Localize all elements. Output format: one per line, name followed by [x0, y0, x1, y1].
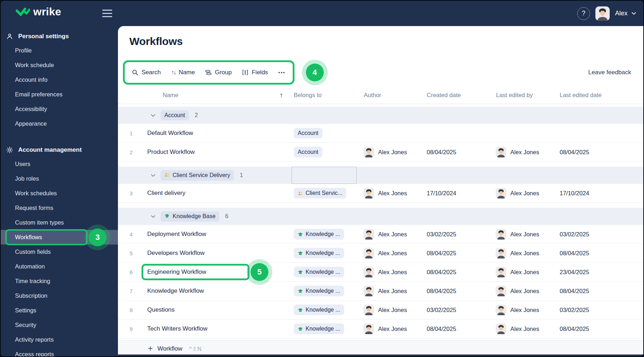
- workflow-name-cell[interactable]: Engineering Workflow5: [144, 263, 292, 281]
- sidebar-item-request-forms[interactable]: Request forms: [1, 201, 118, 215]
- table-row[interactable]: 7 Knowledge Workflow Knowledge ... Alex …: [118, 282, 643, 301]
- belongs-to-badge[interactable]: Account: [294, 147, 322, 157]
- group-badge[interactable]: Knowledge Base: [160, 211, 219, 222]
- group-icon: [205, 69, 212, 76]
- wrike-logo-icon: [16, 6, 30, 18]
- sort-ascending-icon[interactable]: ↑: [280, 91, 283, 99]
- wrike-logo[interactable]: wrike: [16, 6, 61, 18]
- chevron-down-icon[interactable]: [631, 12, 636, 15]
- sidebar-item-appearance[interactable]: Appearance: [1, 116, 118, 131]
- sidebar-item-custom-item-types[interactable]: Custom item types: [1, 215, 118, 230]
- belongs-to-badge[interactable]: Client Servic...: [294, 188, 346, 198]
- chevron-down-icon[interactable]: [151, 174, 155, 177]
- person-name: Alex Jones: [378, 288, 407, 295]
- workflow-name-cell[interactable]: Deployment Workflow: [144, 225, 292, 243]
- annotation-circle-5: 5: [251, 263, 268, 281]
- created-date: 08/04/2025: [425, 250, 494, 257]
- sidebar-item-work-schedule[interactable]: Work schedule: [1, 58, 118, 72]
- hamburger-menu-icon[interactable]: [102, 10, 112, 17]
- avatar: [496, 229, 506, 240]
- sidebar-item-custom-fields[interactable]: Custom fields: [1, 245, 118, 259]
- column-header-last-edited-by[interactable]: Last edited by: [494, 92, 558, 99]
- more-options-icon[interactable]: •••: [278, 70, 286, 75]
- sidebar-section-title: Personal settings: [1, 30, 118, 43]
- page-title: Workflows: [129, 35, 643, 47]
- person-name: Alex Jones: [378, 149, 407, 156]
- sidebar-item-time-tracking[interactable]: Time tracking: [1, 274, 118, 288]
- fields-button[interactable]: Fields: [242, 69, 268, 76]
- sidebar-item-settings[interactable]: Settings: [1, 303, 118, 318]
- belongs-to-badge[interactable]: Knowledge ...: [294, 267, 344, 277]
- table-row[interactable]: 8 Questions Knowledge ... Alex Jones 03/…: [118, 301, 643, 320]
- workflow-name-cell[interactable]: Product Workflow: [144, 143, 292, 161]
- workflow-name-cell[interactable]: Default Workflow: [144, 124, 292, 142]
- table-row[interactable]: 2 Product Workflow Account Alex Jones 08…: [118, 143, 643, 162]
- last-edited-date: 17/10/2024: [558, 190, 643, 197]
- add-workflow-bar[interactable]: + Workflow ^⇧N: [118, 340, 643, 355]
- table-group-row[interactable]: Client Service Delivery 1: [118, 167, 643, 184]
- toolbar-row: Search ↑↓ Name Group: [123, 60, 643, 85]
- table-row[interactable]: 3 Client delivery Client Servic... Alex …: [118, 184, 643, 203]
- avatar: [496, 286, 506, 296]
- sidebar-item-email-preferences[interactable]: Email preferences: [1, 87, 118, 102]
- sidebar-item-users[interactable]: Users: [1, 157, 118, 171]
- belongs-to-badge[interactable]: Knowledge ...: [294, 286, 344, 296]
- sidebar-item-subscription[interactable]: Subscription: [1, 288, 118, 303]
- row-number: 7: [118, 288, 144, 294]
- table-row[interactable]: 4 Deployment Workflow Knowledge ... Alex…: [118, 225, 643, 244]
- team-icon: [298, 191, 303, 196]
- group-badge[interactable]: Client Service Delivery: [160, 170, 234, 181]
- last-edited-by-cell: Alex Jones: [494, 267, 558, 277]
- help-icon[interactable]: ?: [577, 7, 590, 20]
- sidebar-item-workflows[interactable]: Workflows 3: [5, 229, 88, 245]
- table-row[interactable]: 5 Developers Workflow Knowledge ... Alex…: [118, 244, 643, 263]
- person-name: Alex Jones: [510, 250, 539, 257]
- column-header-belongs-to[interactable]: Belongs to: [292, 92, 362, 99]
- graduation-cap-icon: [298, 307, 303, 313]
- sidebar-item-automation[interactable]: Automation: [1, 259, 118, 274]
- sidebar-item-work-schedules[interactable]: Work schedules: [1, 186, 118, 201]
- table-group-row[interactable]: Account 2: [118, 107, 643, 124]
- sort-button[interactable]: ↑↓ Name: [171, 69, 195, 76]
- sidebar-item-job-roles[interactable]: Job roles: [1, 171, 118, 186]
- author-cell: Alex Jones: [362, 188, 425, 198]
- table-row[interactable]: 1 Default Workflow Account: [118, 124, 643, 143]
- avatar: [496, 147, 506, 157]
- sidebar-item-activity-reports[interactable]: Activity reports: [1, 332, 118, 347]
- column-header-last-edited-date[interactable]: Last edited date: [558, 92, 643, 99]
- chevron-down-icon[interactable]: [151, 215, 155, 218]
- sidebar-section: Account management UsersJob rolesWork sc…: [1, 143, 118, 357]
- chevron-down-icon[interactable]: [151, 114, 155, 117]
- belongs-to-badge[interactable]: Knowledge ...: [294, 248, 344, 258]
- belongs-to-badge[interactable]: Knowledge ...: [294, 229, 344, 240]
- leave-feedback-link[interactable]: Leave feedback: [588, 69, 631, 76]
- column-header-author[interactable]: Author: [362, 92, 425, 99]
- column-header-name[interactable]: Name ↑: [144, 87, 292, 104]
- group-badge[interactable]: Account: [160, 110, 189, 120]
- user-name[interactable]: Alex: [615, 10, 628, 17]
- table-row[interactable]: 6 Engineering Workflow5 Knowledge ... Al…: [118, 263, 643, 282]
- belongs-to-badge[interactable]: Knowledge ...: [294, 323, 344, 334]
- workflow-name-cell[interactable]: Questions: [144, 301, 292, 319]
- table-row[interactable]: 9 Tech Writers Workflow Knowledge ... Al…: [118, 320, 643, 338]
- belongs-to-badge[interactable]: Account: [294, 128, 322, 139]
- sidebar-item-profile[interactable]: Profile: [1, 43, 118, 58]
- annotation-circle-4: 4: [306, 64, 324, 81]
- sidebar-item-access-reports[interactable]: Access reports: [1, 347, 118, 357]
- sidebar-item-security[interactable]: Security: [1, 318, 118, 332]
- workflow-name-cell[interactable]: Knowledge Workflow: [144, 282, 292, 300]
- last-edited-by-cell: Alex Jones: [494, 188, 558, 198]
- belongs-to-badge[interactable]: Knowledge ...: [294, 305, 344, 315]
- user-avatar[interactable]: [595, 6, 610, 21]
- table-group-row[interactable]: Knowledge Base 6: [118, 208, 643, 225]
- column-header-created-date[interactable]: Created date: [425, 92, 494, 99]
- search-button[interactable]: Search: [132, 69, 161, 76]
- workflow-name-cell[interactable]: Developers Workflow: [144, 244, 292, 262]
- brand-name: wrike: [33, 6, 61, 17]
- last-edited-by-cell: Alex Jones: [494, 305, 558, 315]
- workflow-name-cell[interactable]: Client delivery: [144, 184, 292, 202]
- sidebar-item-accessibility[interactable]: Accessibility: [1, 102, 118, 116]
- workflow-name-cell[interactable]: Tech Writers Workflow: [144, 320, 292, 338]
- group-button[interactable]: Group: [205, 69, 232, 76]
- sidebar-item-account-info[interactable]: Account info: [1, 72, 118, 87]
